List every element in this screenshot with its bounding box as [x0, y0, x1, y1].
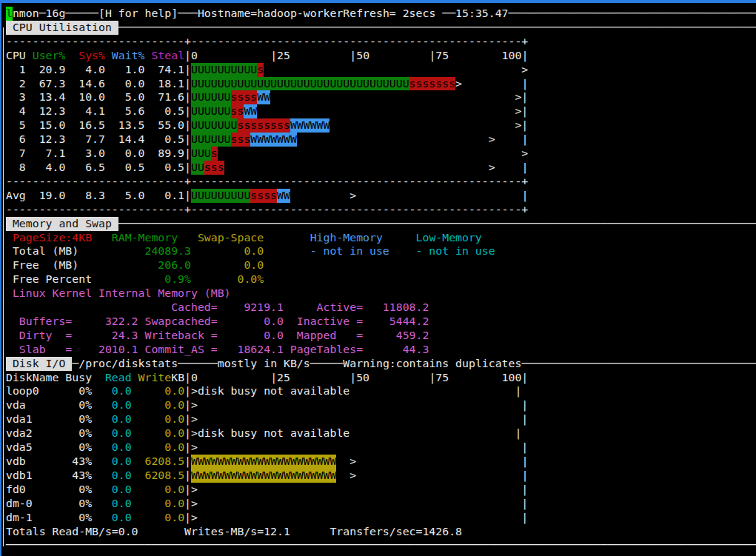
terminal-text-grid: lnmon─16g─────[H for help]───Hostname=ha… — [6, 7, 756, 552]
cpu-row-4-seg: 4 12.3 4.1 5.6 0.5| — [6, 104, 191, 118]
cpu-row-6-seg: WWWWWWW — [250, 133, 297, 147]
disk-row-dm-0-seg: | — [521, 497, 528, 511]
disk-section-header-seg: ───── — [310, 357, 344, 371]
cpu-row-8-seg: > — [489, 161, 495, 175]
disk-table-header-seg: |0 |25 |50 |75 100| — [184, 371, 528, 385]
title-line-seg: ── — [442, 7, 455, 21]
terminal-screen: lnmon─16g─────[H for help]───Hostname=ha… — [0, 0, 756, 556]
disk-row-loop0-seg: 0.0 — [132, 384, 184, 398]
disk-row-vdb1-seg: WWWWWWWWWWWWWWWWWWWWWW — [191, 469, 336, 483]
cpu-row-3-seg: UUUUUU — [191, 90, 231, 104]
cpu-chart-border-mid-seg: + — [184, 175, 191, 189]
cpu-row-1-seg: s — [257, 63, 264, 77]
disk-row-vdb1-seg: | — [521, 469, 528, 483]
disk-row-vda5-seg: 0.0 — [92, 441, 132, 455]
disk-row-vdb: vdb 43% 0.0 6208.5|WWWWWWWWWWWWWWWWWWWWW… — [6, 455, 756, 469]
disk-row-loop0-seg: |>disk busy not available — [184, 384, 349, 398]
disk-row-vda2-seg: 0.0 — [132, 426, 184, 441]
kernel-memory-row-3-seg: Dirty = 24.3 Writeback = 0.0 Mapped = 45… — [6, 329, 429, 343]
disk-row-fd0-seg: fd0 0% — [6, 483, 92, 497]
cpu-chart-border-top-seg: ----------------------------------------… — [191, 35, 521, 49]
cpu-table-header-seg: Sys% — [65, 49, 105, 63]
disk-section-header-seg: ─ — [72, 357, 78, 371]
memory-row-total-seg: 0.0 — [191, 244, 264, 258]
cpu-row-3-seg: ssss — [231, 90, 258, 104]
cpu-row-2-seg — [462, 77, 521, 91]
cpu-row-1-seg: 1 20.9 4.0 1.0 74.1| — [6, 63, 191, 77]
cpu-table-header-seg: Steal — [145, 49, 185, 63]
cpu-row-avg: Avg 19.0 8.3 5.0 0.1|UUUUUUUUUssssWW > | — [6, 189, 756, 203]
cpu-table-header-seg: Wait% — [105, 49, 145, 63]
cpu-row-7-seg: 7 7.1 3.0 0.0 89.9| — [6, 147, 191, 161]
cpu-row-6-seg: UUUUUU — [191, 133, 231, 147]
cpu-row-7-seg: s — [211, 147, 218, 161]
memory-row-free-seg: 206.0 — [78, 258, 191, 272]
cpu-row-5-seg: >| — [515, 118, 528, 133]
disk-row-dm-1-seg: | — [521, 511, 528, 525]
disk-row-dm-1-seg: dm-1 0% — [6, 511, 92, 525]
disk-row-vda5-seg: | — [521, 441, 528, 455]
disk-row-vdb1-seg: | — [184, 469, 191, 483]
disk-row-loop0-seg: 0.0 — [92, 384, 132, 398]
cpu-row-8-seg: UU — [191, 161, 204, 175]
disk-row-vda-seg: | — [521, 398, 528, 412]
disk-row-dm-0-seg: |> — [184, 497, 198, 511]
memory-row-total-seg: - not in use — [389, 244, 495, 258]
kernel-memory-row-1: Cached= 9219.1 Active= 11808.2 — [6, 301, 756, 315]
title-line: lnmon─16g─────[H for help]───Hostname=ha… — [6, 7, 756, 21]
kernel-memory-title-seg: Linux Kernel Internal Memory (MB) — [6, 287, 231, 301]
disk-row-vda5-seg: |> — [184, 441, 198, 455]
disk-row-vda2-seg — [349, 426, 515, 441]
disk-row-vdb-seg: WWWWWWWWWWWWWWWWWWWWWW — [191, 455, 336, 469]
disk-row-loop0-seg: loop0 0% — [6, 384, 92, 398]
cpu-row-8-seg: | — [521, 161, 528, 175]
memory-table-header-seg: High-Memory — [264, 231, 383, 245]
cpu-table-header-seg: |0 |25 |50 |75 100| — [184, 49, 528, 63]
disk-row-vdb1-seg — [356, 469, 521, 483]
disk-row-vdb1-seg: > — [336, 469, 356, 483]
cpu-row-avg-seg: WW — [277, 189, 290, 203]
kernel-memory-row-2: Buffers= 322.2 Swapcached= 0.0 Inactive … — [6, 315, 756, 329]
disk-row-vda-seg — [198, 398, 521, 412]
memory-table-header-seg: Swap-Space — [178, 231, 264, 245]
memory-row-free-percent: Free Percent 0.9% 0.0% — [6, 272, 756, 287]
memory-table-header-seg: Low-Memory — [383, 231, 482, 245]
disk-row-vda2: vda2 0% 0.0 0.0|>disk busy not available… — [6, 426, 756, 441]
cpu-row-3: 3 13.4 10.0 5.0 71.6|UUUUUUssssWW >| — [6, 90, 756, 104]
disk-row-dm-1: dm-1 0% 0.0 0.0|> | — [6, 511, 756, 525]
cpu-row-5-seg — [330, 118, 515, 133]
disk-row-vda2-seg: | — [515, 426, 521, 441]
disk-row-fd0-seg — [198, 483, 521, 497]
memory-row-total: Total (MB) 24089.3 0.0 - not in use - no… — [6, 244, 756, 258]
disk-row-vda-seg: 0.0 — [92, 398, 132, 412]
cpu-row-3-seg: >| — [515, 90, 528, 104]
memory-section-header-seg: Memory and Swap — [6, 217, 118, 231]
kernel-memory-row-4: Slab = 2010.1 Commit_AS = 18624.1 PageTa… — [6, 343, 756, 357]
disk-row-fd0-seg: |> — [184, 483, 198, 497]
disk-row-vda1-seg: 0.0 — [92, 412, 132, 426]
cpu-row-avg-seg: | — [521, 189, 528, 203]
memory-table-header-seg: RAM-Memory — [92, 231, 178, 245]
disk-row-fd0-seg: | — [521, 483, 528, 497]
cpu-table-header-seg: CPU — [6, 49, 33, 63]
disk-row-vda1: vda1 0% 0.0 0.0|> | — [6, 412, 756, 426]
cpu-chart-border-mid: ---------------------------+------------… — [6, 175, 756, 189]
cpu-table-header: CPU User% Sys% Wait% Steal|0 |25 |50 |75… — [6, 49, 756, 63]
disk-row-vda5-seg — [198, 441, 521, 455]
cpu-section-header: CPU Utilisation ────────────────────────… — [6, 21, 756, 35]
cpu-chart-border-bottom-seg: --------------------------- — [6, 203, 184, 217]
kernel-memory-row-4-seg: Slab = 2010.1 Commit_AS = 18624.1 PageTa… — [6, 343, 429, 357]
disk-row-fd0-seg: 0.0 — [132, 483, 184, 497]
cpu-row-1-seg — [264, 63, 521, 77]
disk-section-header-seg: ────── — [178, 357, 218, 371]
cpu-chart-border-bottom-seg: + — [184, 203, 191, 217]
cpu-row-3-seg — [270, 90, 515, 104]
disk-row-vda2-seg: 0.0 — [92, 426, 132, 441]
cpu-row-7-seg — [218, 147, 522, 161]
disk-row-vda1-seg — [198, 412, 521, 426]
cpu-row-7-seg: UUU — [191, 147, 211, 161]
cpu-chart-border-mid-seg: --------------------------- — [6, 175, 184, 189]
disk-row-vda5: vda5 0% 0.0 0.0|> | — [6, 441, 756, 455]
kernel-memory-row-3: Dirty = 24.3 Writeback = 0.0 Mapped = 45… — [6, 329, 756, 343]
cpu-row-2-seg: | — [521, 77, 528, 91]
